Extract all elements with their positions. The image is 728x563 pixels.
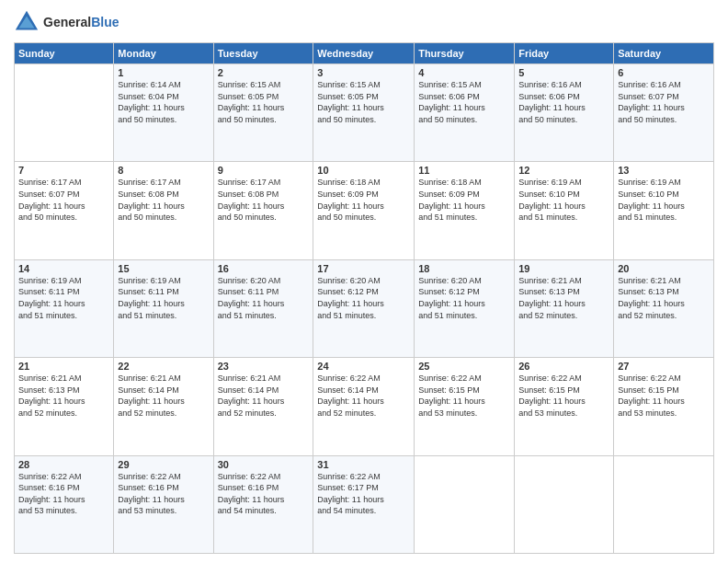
day-cell: 11Sunrise: 6:18 AM Sunset: 6:09 PM Dayli…	[415, 162, 515, 259]
day-number: 7	[18, 165, 109, 176]
day-cell: 10Sunrise: 6:18 AM Sunset: 6:09 PM Dayli…	[313, 162, 415, 259]
day-info: Sunrise: 6:20 AM Sunset: 6:12 PM Dayligh…	[418, 275, 510, 321]
day-number: 15	[118, 263, 209, 274]
day-info: Sunrise: 6:22 AM Sunset: 6:15 PM Dayligh…	[618, 373, 710, 419]
day-number: 11	[418, 165, 510, 176]
day-cell: 3Sunrise: 6:15 AM Sunset: 6:05 PM Daylig…	[313, 64, 415, 162]
day-number: 27	[618, 361, 710, 372]
day-number: 21	[18, 361, 109, 372]
day-info: Sunrise: 6:17 AM Sunset: 6:07 PM Dayligh…	[18, 177, 109, 223]
day-info: Sunrise: 6:17 AM Sunset: 6:08 PM Dayligh…	[218, 177, 310, 223]
day-number: 6	[618, 67, 710, 78]
day-info: Sunrise: 6:18 AM Sunset: 6:09 PM Dayligh…	[317, 177, 410, 223]
week-row-1: 1Sunrise: 6:14 AM Sunset: 6:04 PM Daylig…	[15, 64, 714, 162]
day-cell: 20Sunrise: 6:21 AM Sunset: 6:13 PM Dayli…	[614, 259, 714, 357]
day-number: 20	[618, 263, 710, 274]
day-info: Sunrise: 6:21 AM Sunset: 6:14 PM Dayligh…	[118, 373, 209, 419]
day-number: 23	[218, 361, 310, 372]
day-info: Sunrise: 6:19 AM Sunset: 6:10 PM Dayligh…	[618, 177, 710, 223]
day-cell: 12Sunrise: 6:19 AM Sunset: 6:10 PM Dayli…	[515, 162, 614, 259]
day-cell: 25Sunrise: 6:22 AM Sunset: 6:15 PM Dayli…	[415, 358, 515, 455]
day-number: 17	[317, 263, 410, 274]
day-number: 31	[317, 459, 410, 470]
day-cell	[15, 64, 114, 162]
day-number: 12	[518, 165, 609, 176]
day-info: Sunrise: 6:22 AM Sunset: 6:16 PM Dayligh…	[218, 471, 310, 517]
day-number: 1	[118, 67, 209, 78]
week-row-3: 14Sunrise: 6:19 AM Sunset: 6:11 PM Dayli…	[15, 259, 714, 357]
day-number: 28	[18, 459, 109, 470]
header-cell-monday: Monday	[114, 43, 213, 64]
day-info: Sunrise: 6:15 AM Sunset: 6:06 PM Dayligh…	[418, 79, 510, 125]
day-info: Sunrise: 6:21 AM Sunset: 6:14 PM Dayligh…	[218, 373, 310, 419]
day-number: 16	[218, 263, 310, 274]
day-cell: 30Sunrise: 6:22 AM Sunset: 6:16 PM Dayli…	[213, 455, 313, 553]
day-number: 2	[218, 67, 310, 78]
day-number: 4	[418, 67, 510, 78]
day-info: Sunrise: 6:22 AM Sunset: 6:15 PM Dayligh…	[518, 373, 609, 419]
day-cell: 28Sunrise: 6:22 AM Sunset: 6:16 PM Dayli…	[15, 455, 114, 553]
day-cell: 5Sunrise: 6:16 AM Sunset: 6:06 PM Daylig…	[515, 64, 614, 162]
logo-text: GeneralBlue	[43, 15, 119, 29]
day-cell	[415, 455, 515, 553]
day-cell: 19Sunrise: 6:21 AM Sunset: 6:13 PM Dayli…	[515, 259, 614, 357]
day-info: Sunrise: 6:20 AM Sunset: 6:12 PM Dayligh…	[317, 275, 410, 321]
day-info: Sunrise: 6:22 AM Sunset: 6:16 PM Dayligh…	[118, 471, 209, 517]
day-info: Sunrise: 6:19 AM Sunset: 6:11 PM Dayligh…	[18, 275, 109, 321]
header-cell-friday: Friday	[515, 43, 614, 64]
day-cell: 14Sunrise: 6:19 AM Sunset: 6:11 PM Dayli…	[15, 259, 114, 357]
day-cell	[614, 455, 714, 553]
header-cell-sunday: Sunday	[15, 43, 114, 64]
day-cell: 2Sunrise: 6:15 AM Sunset: 6:05 PM Daylig…	[213, 64, 313, 162]
day-info: Sunrise: 6:16 AM Sunset: 6:06 PM Dayligh…	[518, 79, 609, 125]
page-header: GeneralBlue	[14, 9, 714, 35]
day-cell	[515, 455, 614, 553]
day-info: Sunrise: 6:19 AM Sunset: 6:11 PM Dayligh…	[118, 275, 209, 321]
day-number: 22	[118, 361, 209, 372]
logo: GeneralBlue	[14, 9, 119, 35]
day-cell: 18Sunrise: 6:20 AM Sunset: 6:12 PM Dayli…	[415, 259, 515, 357]
day-cell: 15Sunrise: 6:19 AM Sunset: 6:11 PM Dayli…	[114, 259, 213, 357]
day-number: 9	[218, 165, 310, 176]
day-number: 24	[317, 361, 410, 372]
day-number: 13	[618, 165, 710, 176]
day-number: 10	[317, 165, 410, 176]
day-number: 29	[118, 459, 209, 470]
day-number: 8	[118, 165, 209, 176]
day-cell: 6Sunrise: 6:16 AM Sunset: 6:07 PM Daylig…	[614, 64, 714, 162]
day-number: 3	[317, 67, 410, 78]
week-row-2: 7Sunrise: 6:17 AM Sunset: 6:07 PM Daylig…	[15, 162, 714, 259]
day-cell: 24Sunrise: 6:22 AM Sunset: 6:14 PM Dayli…	[313, 358, 415, 455]
header-row: SundayMondayTuesdayWednesdayThursdayFrid…	[15, 43, 714, 64]
day-cell: 21Sunrise: 6:21 AM Sunset: 6:13 PM Dayli…	[15, 358, 114, 455]
day-cell: 4Sunrise: 6:15 AM Sunset: 6:06 PM Daylig…	[415, 64, 515, 162]
day-number: 18	[418, 263, 510, 274]
day-cell: 31Sunrise: 6:22 AM Sunset: 6:17 PM Dayli…	[313, 455, 415, 553]
day-cell: 13Sunrise: 6:19 AM Sunset: 6:10 PM Dayli…	[614, 162, 714, 259]
day-info: Sunrise: 6:17 AM Sunset: 6:08 PM Dayligh…	[118, 177, 209, 223]
day-cell: 17Sunrise: 6:20 AM Sunset: 6:12 PM Dayli…	[313, 259, 415, 357]
day-cell: 1Sunrise: 6:14 AM Sunset: 6:04 PM Daylig…	[114, 64, 213, 162]
day-info: Sunrise: 6:15 AM Sunset: 6:05 PM Dayligh…	[218, 79, 310, 125]
day-info: Sunrise: 6:22 AM Sunset: 6:15 PM Dayligh…	[418, 373, 510, 419]
day-cell: 7Sunrise: 6:17 AM Sunset: 6:07 PM Daylig…	[15, 162, 114, 259]
calendar-table: SundayMondayTuesdayWednesdayThursdayFrid…	[14, 42, 714, 554]
day-cell: 9Sunrise: 6:17 AM Sunset: 6:08 PM Daylig…	[213, 162, 313, 259]
day-info: Sunrise: 6:21 AM Sunset: 6:13 PM Dayligh…	[618, 275, 710, 321]
day-cell: 26Sunrise: 6:22 AM Sunset: 6:15 PM Dayli…	[515, 358, 614, 455]
day-info: Sunrise: 6:14 AM Sunset: 6:04 PM Dayligh…	[118, 79, 209, 125]
day-number: 25	[418, 361, 510, 372]
week-row-5: 28Sunrise: 6:22 AM Sunset: 6:16 PM Dayli…	[15, 455, 714, 553]
day-info: Sunrise: 6:19 AM Sunset: 6:10 PM Dayligh…	[518, 177, 609, 223]
day-cell: 23Sunrise: 6:21 AM Sunset: 6:14 PM Dayli…	[213, 358, 313, 455]
day-info: Sunrise: 6:21 AM Sunset: 6:13 PM Dayligh…	[18, 373, 109, 419]
day-cell: 29Sunrise: 6:22 AM Sunset: 6:16 PM Dayli…	[114, 455, 213, 553]
header-cell-thursday: Thursday	[415, 43, 515, 64]
day-cell: 16Sunrise: 6:20 AM Sunset: 6:11 PM Dayli…	[213, 259, 313, 357]
day-info: Sunrise: 6:22 AM Sunset: 6:17 PM Dayligh…	[317, 471, 410, 517]
day-info: Sunrise: 6:22 AM Sunset: 6:14 PM Dayligh…	[317, 373, 410, 419]
header-cell-saturday: Saturday	[614, 43, 714, 64]
day-cell: 22Sunrise: 6:21 AM Sunset: 6:14 PM Dayli…	[114, 358, 213, 455]
day-info: Sunrise: 6:16 AM Sunset: 6:07 PM Dayligh…	[618, 79, 710, 125]
day-number: 5	[518, 67, 609, 78]
